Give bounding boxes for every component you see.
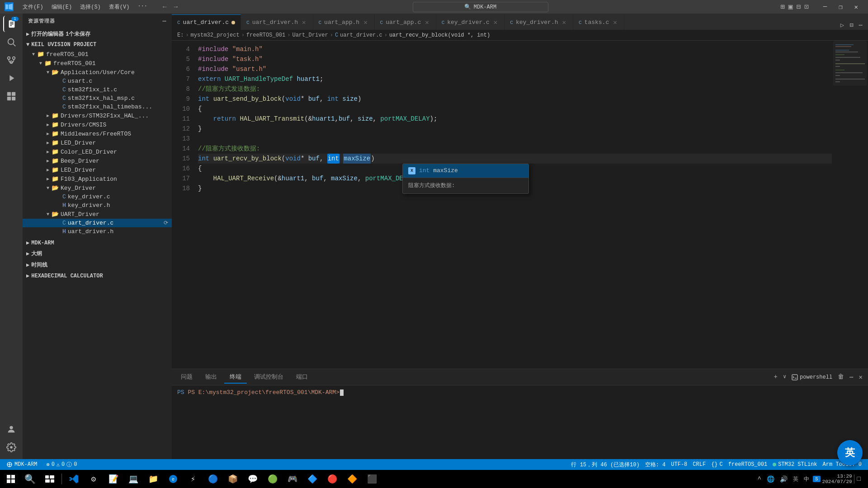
more-tabs-icon[interactable]: ⋯ (857, 20, 864, 30)
taskbar-icon-4[interactable]: 💻 (123, 470, 143, 488)
run-icon[interactable]: ▷ (839, 20, 846, 30)
taskbar-icon-14[interactable]: 🔴 (322, 470, 342, 488)
breadcrumb-uart-driver[interactable]: Uart_Driver (292, 32, 328, 38)
tree-item-key-h[interactable]: H key_driver.h (23, 201, 172, 210)
tree-item-beep[interactable]: ▶ 📁 Beep_Driver (23, 156, 172, 165)
breadcrumb-filename[interactable]: uart_driver.c (340, 32, 382, 38)
taskbar-icon-13[interactable]: 🔷 (302, 470, 322, 488)
status-language[interactable]: {} C (708, 461, 726, 468)
status-line-ending[interactable]: CRLF (690, 461, 708, 468)
taskbar-icon-7[interactable]: ⚡ (183, 470, 203, 488)
battery-icon[interactable]: 英 (791, 474, 800, 484)
taskbar-icon-15[interactable]: 🔶 (342, 470, 362, 488)
panel-tab-issues[interactable]: 问题 (175, 371, 198, 384)
panel-split-icon[interactable]: ∨ (781, 372, 788, 382)
activity-run[interactable] (3, 70, 19, 86)
breadcrumb-freertos[interactable]: freeRTOS_001 (246, 32, 285, 38)
menu-file[interactable]: 文件(F) (19, 2, 47, 12)
status-encoding[interactable]: UTF-8 (668, 461, 690, 468)
outline-section[interactable]: ▶ 大纲 (23, 248, 172, 259)
tree-item-color-led[interactable]: ▶ 📁 Color_LED_Driver (23, 147, 172, 156)
taskbar-vscode[interactable] (64, 470, 84, 488)
tree-item-middlewares[interactable]: ▶ 📁 Middlewares/FreeRTOS (23, 129, 172, 138)
menu-view[interactable]: 查看(V) (105, 2, 133, 12)
layout-icon-2[interactable]: ▣ (788, 2, 793, 11)
taskbar-icon-9[interactable]: 📦 (223, 470, 243, 488)
tab-close[interactable]: ✕ (301, 18, 307, 27)
tree-item-stm32msp[interactable]: C stm32f1xx_hal_msp.c (23, 94, 172, 103)
tray-icon-s[interactable]: S (813, 476, 821, 482)
layout-icon-4[interactable]: ⊡ (804, 2, 809, 11)
mdk-arm-section[interactable]: ▶ MDK-ARM (23, 238, 172, 248)
code-editor[interactable]: #include "main.h" #include "task.h" #inc… (194, 41, 832, 369)
breadcrumb-function[interactable]: uart_recv_by_block(void *, int) (389, 32, 490, 38)
layout-icon-3[interactable]: ⊟ (796, 2, 801, 11)
breadcrumb-project[interactable]: mystm32_project (191, 32, 240, 38)
new-file-icon[interactable]: ⋯ (163, 17, 166, 25)
tree-item-uart-driver-h[interactable]: H uart_driver.h (23, 227, 172, 236)
tree-item-uart-driver-c[interactable]: C uart_driver.c ⟳ (23, 219, 172, 227)
tab-uart-app-h[interactable]: C uart_app.h ✕ (313, 14, 375, 30)
volume-icon[interactable]: 🔊 (778, 474, 789, 484)
activity-explorer[interactable]: 1 (3, 16, 19, 32)
status-position[interactable]: 行 15，列 46 (已选择10) (568, 461, 642, 469)
status-errors[interactable]: ⊗ 0 ⚠ 0 ⓘ 0 (43, 461, 80, 469)
tray-icon-1[interactable]: ^ (756, 474, 763, 483)
close-button[interactable]: ✕ (849, 2, 863, 12)
tab-key-driver-h[interactable]: C key_driver.h ✕ (505, 14, 573, 30)
panel-close-icon[interactable]: ✕ (857, 372, 864, 382)
tree-item-stm32timebas[interactable]: C stm32f1xx_hal_timebas... (23, 103, 172, 111)
tree-item-app-core[interactable]: ▼ 📂 Application/User/Core (23, 68, 172, 77)
activity-extensions[interactable] (3, 88, 19, 104)
ac-item-maxsize[interactable]: x int maxSize (403, 164, 528, 178)
status-stm32[interactable]: STM32 STLink (770, 461, 820, 468)
status-project[interactable]: freeRTOS_001 (726, 461, 770, 468)
taskbar-icon-2[interactable]: ⚙ (84, 470, 104, 488)
minimap[interactable] (832, 41, 868, 369)
tab-close[interactable]: ✕ (612, 18, 618, 27)
tab-close[interactable]: ✕ (561, 18, 567, 27)
tab-close[interactable]: ✕ (492, 18, 499, 27)
tab-close[interactable]: ✕ (362, 18, 368, 27)
tree-item-f103[interactable]: ▶ 📁 F103_Application (23, 174, 172, 183)
tree-item-drivers-stm32[interactable]: ▶ 📁 Drivers/STM32F1xx_HAL_... (23, 111, 172, 120)
taskbar-icon-8[interactable]: 🔵 (203, 470, 223, 488)
breadcrumb-e[interactable]: E: (177, 32, 184, 38)
panel-tab-port[interactable]: 端口 (291, 371, 313, 384)
split-icon[interactable]: ⊟ (848, 20, 855, 30)
open-editors-section[interactable]: ▶ 打开的编辑器 1个未保存 (23, 28, 172, 40)
tab-key-driver-c[interactable]: C key_driver.c ✕ (436, 14, 505, 30)
minimize-button[interactable]: ─ (818, 2, 832, 12)
activity-source-control[interactable] (3, 52, 19, 68)
status-spaces[interactable]: 空格: 4 (642, 461, 669, 469)
activity-account[interactable] (3, 421, 19, 437)
tree-item-led[interactable]: ▶ 📁 LED_Driver (23, 138, 172, 147)
taskbar-icon-5[interactable]: 📁 (143, 470, 163, 488)
status-remote[interactable]: MDK-ARM (4, 461, 40, 468)
clock[interactable]: 13:29 2024/07/29 (822, 474, 852, 484)
nav-forward[interactable]: → (171, 2, 180, 11)
tree-item-key-driver[interactable]: ▼ 📂 Key_Driver (23, 183, 172, 192)
taskbar-search[interactable]: 🔍 (20, 470, 40, 488)
taskbar-icon-16[interactable]: ⬛ (362, 470, 382, 488)
tab-tasks-c[interactable]: C tasks.c ✕ (573, 14, 624, 30)
taskbar-icon-12[interactable]: 🎮 (283, 470, 302, 488)
taskbar-icon-10[interactable]: 💬 (243, 470, 263, 488)
taskbar-icon-3[interactable]: 📝 (104, 470, 123, 488)
tab-uart-app-c[interactable]: C uart_app.c ✕ (375, 14, 436, 30)
tree-item-usart-c[interactable]: C usart.c (23, 77, 172, 85)
trash-icon[interactable]: 🗑 (836, 372, 846, 382)
ime-indicator[interactable]: 英 (837, 440, 863, 465)
terminal-content[interactable]: PS PS E:\mystm32_project\freeRTOS_001\MD… (172, 385, 868, 459)
tab-close[interactable]: ✕ (424, 18, 430, 27)
tree-item-uart-driver[interactable]: ▼ 📂 UART_Driver (23, 210, 172, 219)
taskbar-icon-11[interactable]: 🟢 (263, 470, 283, 488)
menu-select[interactable]: 选择(S) (76, 2, 104, 12)
panel-tab-output[interactable]: 输出 (200, 371, 222, 384)
timeline-section[interactable]: ▶ 时间线 (23, 259, 172, 271)
tree-item-stm32it[interactable]: C stm32f1xx_it.c (23, 85, 172, 94)
panel-tab-debug[interactable]: 调试控制台 (249, 371, 289, 384)
hex-calc-section[interactable]: ▶ HEXADECIMAL CALCULATOR (23, 271, 172, 281)
ime-icon[interactable]: 中 (802, 474, 811, 484)
activity-settings[interactable] (3, 439, 19, 455)
